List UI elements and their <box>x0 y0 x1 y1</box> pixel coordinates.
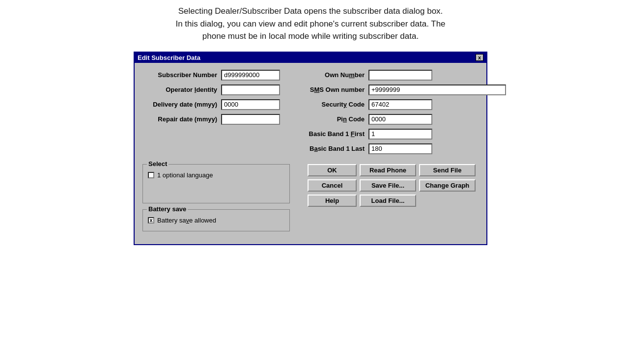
security-code-label: Security Code <box>295 101 368 108</box>
operator-identity-input[interactable] <box>221 84 280 95</box>
desc-line3: phone must be in local mode while writin… <box>202 31 419 41</box>
select-group: Select 1 optional language <box>142 164 290 203</box>
sms-own-number-label: SMS Own number <box>295 86 368 93</box>
sms-own-number-input[interactable] <box>368 84 506 95</box>
repair-date-label: Repair date (mmyy) <box>142 115 221 123</box>
pin-code-row: Pin Code <box>295 114 506 125</box>
desc-line1: Selecting Dealer/Subscriber Data opens t… <box>178 6 443 16</box>
dialog-title: Edit Subscriber Data <box>138 54 200 61</box>
desc-line2: In this dialog, you can view and edit ph… <box>175 19 445 28</box>
security-code-input[interactable] <box>368 99 432 110</box>
buttons-grid: OK Read Phone Send File Cancel Save File… <box>308 164 476 207</box>
select-group-legend: Select <box>147 160 169 168</box>
pin-code-label: Pin Code <box>295 115 368 123</box>
dialog-body: Subscriber Number Operator Identity Deli… <box>135 63 486 244</box>
right-bottom: OK Read Phone Send File Cancel Save File… <box>303 164 479 236</box>
left-column: Subscriber Number Operator Identity Deli… <box>142 70 290 158</box>
subscriber-number-input[interactable] <box>221 70 280 81</box>
send-file-button[interactable]: Send File <box>419 164 476 176</box>
optional-language-label: 1 optional language <box>157 171 213 179</box>
battery-save-label: Battery save allowed <box>157 217 216 224</box>
description-block: Selecting Dealer/Subscriber Data opens t… <box>175 5 445 43</box>
cancel-button[interactable]: Cancel <box>308 179 357 192</box>
dialog-titlebar: Edit Subscriber Data x <box>135 53 486 63</box>
battery-save-checkbox[interactable]: x <box>148 217 154 224</box>
delivery-date-input[interactable] <box>221 99 280 110</box>
basic-band-1-last-row: Basic Band 1 Last <box>295 143 506 154</box>
save-file-button[interactable]: Save File... <box>360 179 416 192</box>
read-phone-button[interactable]: Read Phone <box>360 164 416 176</box>
ok-button[interactable]: OK <box>308 164 357 176</box>
bottom-section: Select 1 optional language Battery save … <box>142 164 479 236</box>
battery-save-row: x Battery save allowed <box>148 215 284 226</box>
optional-language-row: 1 optional language <box>148 169 284 181</box>
repair-date-row: Repair date (mmyy) <box>142 114 280 125</box>
subscriber-number-row: Subscriber Number <box>142 70 280 81</box>
pin-code-input[interactable] <box>368 114 432 125</box>
change-graph-button[interactable]: Change Graph <box>419 179 476 192</box>
close-button[interactable]: x <box>476 54 483 61</box>
operator-identity-label: Operator Identity <box>142 86 221 93</box>
battery-save-group: Battery save x Battery save allowed <box>142 209 290 231</box>
basic-band-1-first-label: Basic Band 1 First <box>295 130 368 138</box>
delivery-date-row: Delivery date (mmyy) <box>142 99 280 110</box>
form-grid: Subscriber Number Operator Identity Deli… <box>142 70 479 158</box>
help-button[interactable]: Help <box>308 195 357 207</box>
optional-language-checkbox[interactable] <box>148 172 154 178</box>
edit-subscriber-dialog: Edit Subscriber Data x Subscriber Number… <box>134 52 487 245</box>
own-number-label: Own Number <box>295 71 368 79</box>
right-column: Own Number SMS Own number Security Code <box>290 70 506 158</box>
delivery-date-label: Delivery date (mmyy) <box>142 101 221 108</box>
basic-band-1-first-row: Basic Band 1 First <box>295 129 506 140</box>
battery-save-legend: Battery save <box>147 205 188 213</box>
repair-date-input[interactable] <box>221 114 280 125</box>
subscriber-number-label: Subscriber Number <box>142 71 221 79</box>
operator-identity-row: Operator Identity <box>142 84 280 95</box>
basic-band-1-first-input[interactable] <box>368 129 432 140</box>
sms-own-number-row: SMS Own number <box>295 84 506 95</box>
basic-band-1-last-label: Basic Band 1 Last <box>295 145 368 152</box>
own-number-input[interactable] <box>368 70 432 81</box>
load-file-button[interactable]: Load File... <box>360 195 416 207</box>
basic-band-1-last-input[interactable] <box>368 143 432 154</box>
security-code-row: Security Code <box>295 99 506 110</box>
own-number-row: Own Number <box>295 70 506 81</box>
left-bottom: Select 1 optional language Battery save … <box>142 164 295 236</box>
